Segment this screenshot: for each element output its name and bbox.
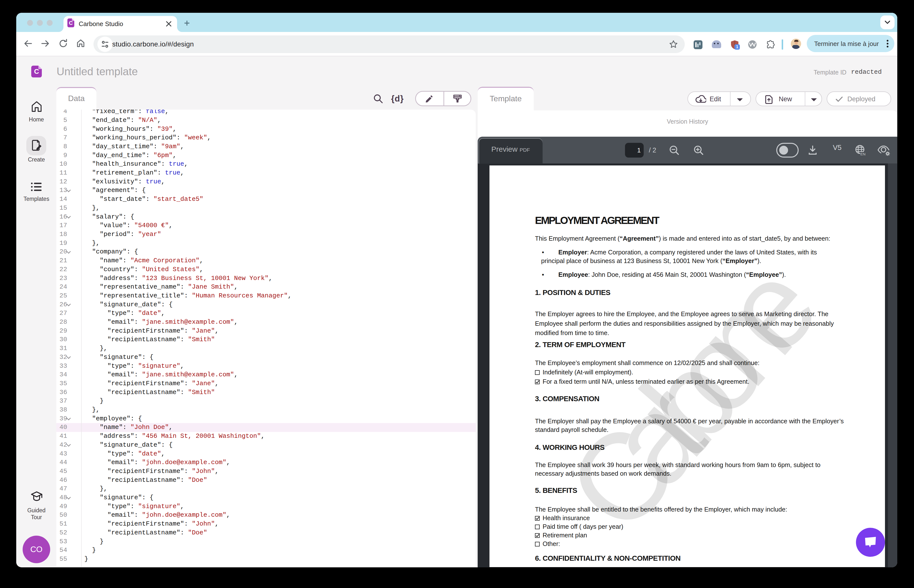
svg-text:EN: EN	[861, 152, 865, 156]
